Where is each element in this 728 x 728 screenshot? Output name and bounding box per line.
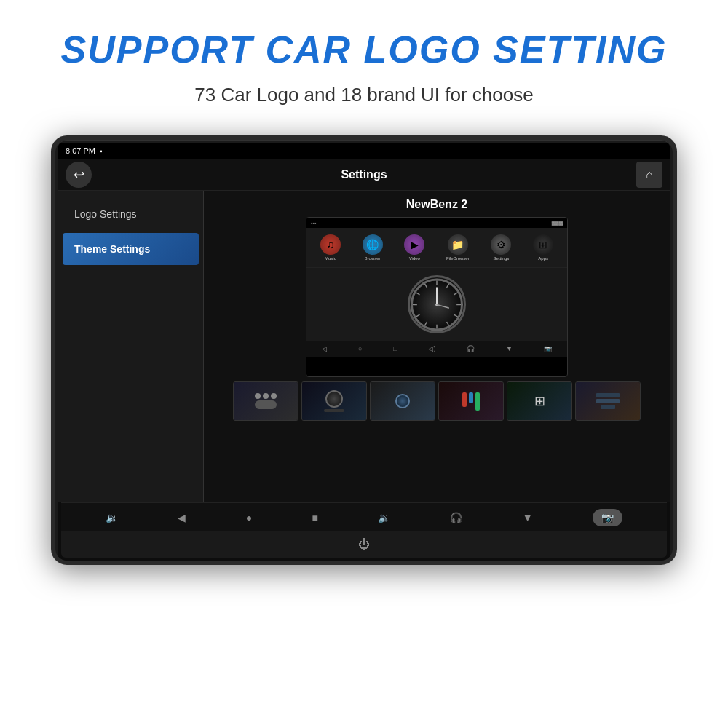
sidebar-item-logo-settings[interactable]: Logo Settings xyxy=(63,198,199,230)
device-frame: 8:07 PM ▪ ↩ Settings ⌂ Logo Settings The… xyxy=(51,135,677,565)
stop-icon[interactable]: ■ xyxy=(312,512,317,523)
mini-app-filebrowser: 📁 FileBrowser xyxy=(446,234,470,261)
circle-icon[interactable]: ● xyxy=(246,512,252,523)
browser-label: Browser xyxy=(365,256,381,261)
filebrowser-label: FileBrowser xyxy=(446,256,470,261)
video-icon: ▶ xyxy=(404,234,424,255)
back-icon[interactable]: ◀ xyxy=(178,512,186,523)
filebrowser-icon: 📁 xyxy=(448,234,468,255)
status-bar: 8:07 PM ▪ xyxy=(58,143,670,159)
browser-icon: 🌐 xyxy=(363,234,383,255)
video-label: Video xyxy=(409,256,420,261)
power-button[interactable]: ⏻ xyxy=(358,538,370,551)
preview-screen: ▪▪▪ ▓▓▓ ♫ Music 🌐 Browser ▶ xyxy=(306,217,568,377)
subtitle: 73 Car Logo and 18 brand UI for choose xyxy=(0,84,728,106)
thumbnail-grid: ⊞ xyxy=(211,381,662,421)
camera-button[interactable]: 📷 xyxy=(593,509,622,526)
mini-app-browser: 🌐 Browser xyxy=(363,234,383,261)
music-icon: ♫ xyxy=(320,234,341,255)
thumb-6[interactable] xyxy=(575,381,641,421)
music-label: Music xyxy=(325,256,336,261)
vol-icon[interactable]: 🔉 xyxy=(378,512,390,523)
thumb-2[interactable] xyxy=(301,381,367,421)
back-button[interactable]: ↩ xyxy=(66,162,92,188)
nav-vol-down: ◁) xyxy=(428,345,435,352)
mini-nav-bar: ◁ ○ □ ◁) 🎧 ▼ 📷 xyxy=(306,341,567,357)
home-button[interactable]: ⌂ xyxy=(636,162,662,188)
status-time: 8:07 PM xyxy=(66,146,95,155)
header-area: SUPPORT CAR LOGO SETTING 73 Car Logo and… xyxy=(0,0,728,114)
mini-signal: ▪▪▪ xyxy=(311,221,316,226)
nav-square: □ xyxy=(393,345,397,352)
power-area: ⏻ xyxy=(61,531,667,558)
screen: 8:07 PM ▪ ↩ Settings ⌂ Logo Settings The… xyxy=(58,143,670,561)
vol-down-icon[interactable]: 🔉 xyxy=(106,512,118,523)
mini-app-settings: ⚙ Settings xyxy=(491,234,511,261)
nav-back: ◁ xyxy=(322,345,327,352)
thumb-4[interactable] xyxy=(438,381,504,421)
nav-chevron: ▼ xyxy=(506,345,513,352)
theme-name: NewBenz 2 xyxy=(406,198,467,211)
headphone-icon[interactable]: 🎧 xyxy=(450,512,462,523)
settings-icon: ⚙ xyxy=(491,234,511,255)
sidebar: Logo Settings Theme Settings xyxy=(58,191,204,502)
main-content: NewBenz 2 ▪▪▪ ▓▓▓ ♫ Music 🌐 xyxy=(204,191,670,502)
thumb-1[interactable] xyxy=(233,381,298,421)
sidebar-item-theme-settings[interactable]: Theme Settings xyxy=(63,233,199,265)
mini-app-music: ♫ Music xyxy=(320,234,341,261)
top-bar: ↩ Settings ⌂ xyxy=(58,159,670,191)
thumb-5[interactable]: ⊞ xyxy=(507,381,572,421)
mini-status-bar: ▪▪▪ ▓▓▓ xyxy=(306,218,567,228)
nav-headphone: 🎧 xyxy=(467,345,475,352)
mini-app-apps: ⊞ Apps xyxy=(533,234,553,261)
nav-home: ○ xyxy=(358,345,362,352)
clock-circle xyxy=(408,275,466,333)
content-area: Logo Settings Theme Settings NewBenz 2 ▪… xyxy=(58,191,670,502)
battery-icon: ▪ xyxy=(100,147,103,155)
mini-apps-bar: ♫ Music 🌐 Browser ▶ Video 📁 xyxy=(306,228,567,268)
apps-icon: ⊞ xyxy=(533,234,553,255)
top-bar-title: Settings xyxy=(341,168,387,181)
mini-battery: ▓▓▓ xyxy=(552,221,563,226)
thumb-3[interactable] xyxy=(370,381,435,421)
mini-app-video: ▶ Video xyxy=(404,234,424,261)
main-title: SUPPORT CAR LOGO SETTING xyxy=(0,29,728,71)
apps-label: Apps xyxy=(538,256,548,261)
settings-label: Settings xyxy=(494,256,510,261)
chevron-down-icon[interactable]: ▼ xyxy=(523,512,533,523)
nav-camera: 📷 xyxy=(544,345,552,352)
bottom-system-bar: 🔉 ◀ ● ■ 🔉 🎧 ▼ 📷 xyxy=(61,502,667,531)
mini-clock-area xyxy=(306,268,567,341)
